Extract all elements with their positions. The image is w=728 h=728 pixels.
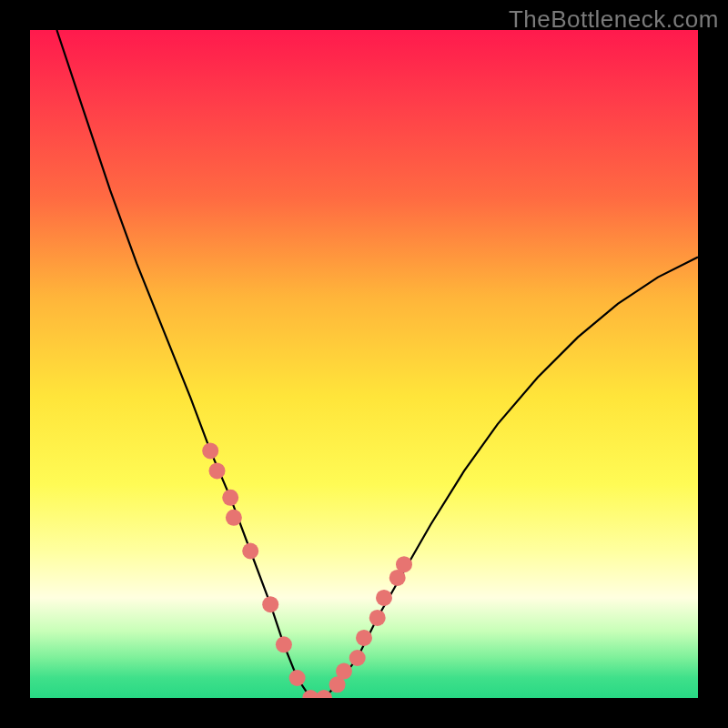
data-point xyxy=(396,556,412,572)
data-point xyxy=(349,650,366,666)
data-point xyxy=(242,543,258,560)
data-point xyxy=(356,630,372,646)
data-point xyxy=(209,462,226,479)
data-point xyxy=(262,596,278,612)
data-point xyxy=(336,663,352,680)
data-point xyxy=(226,510,242,526)
data-point xyxy=(289,670,306,686)
data-point xyxy=(222,490,238,506)
data-point xyxy=(369,610,386,626)
highlighted-points-group xyxy=(202,442,412,698)
data-point xyxy=(376,590,392,606)
data-point xyxy=(202,442,218,459)
data-point xyxy=(276,636,292,652)
watermark-text: TheBottleneck.com xyxy=(509,5,719,34)
plot-area xyxy=(30,30,698,698)
outer-frame: TheBottleneck.com xyxy=(0,0,728,728)
curve-svg xyxy=(30,30,698,698)
